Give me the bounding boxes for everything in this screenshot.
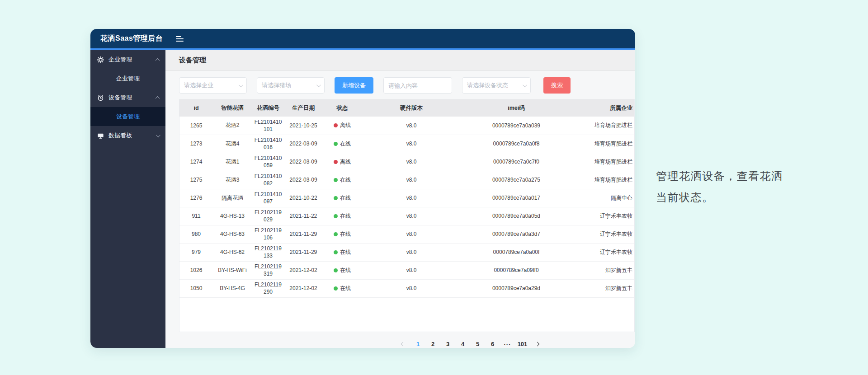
- search-button[interactable]: 搜索: [543, 77, 571, 94]
- table-cell: 0000789ce7a0a017: [461, 189, 572, 207]
- table-cell: v8.0: [362, 225, 461, 243]
- chevron-down-icon: [523, 83, 527, 87]
- table-cell: FL2102119029: [252, 207, 284, 225]
- table-cell: 2021-10-22: [284, 189, 322, 207]
- add-device-button[interactable]: 新增设备: [335, 77, 373, 94]
- table-cell: 花洒4: [213, 135, 252, 153]
- table-cell: BY-HS-4G: [213, 279, 252, 297]
- column-header: 硬件版本: [362, 99, 461, 117]
- table-cell: FL2101410101: [252, 117, 284, 135]
- sidebar-subitem-device-sub[interactable]: 设备管理: [90, 107, 165, 126]
- sidebar-menu: 企业管理企业管理设备管理设备管理数据看板: [90, 50, 165, 348]
- table-row: 1050BY-HS-4GFL21021192902021-12-02在线v8.0…: [179, 279, 635, 297]
- pagination-page-101[interactable]: 101: [517, 338, 528, 348]
- device-table-card: id智能花洒花洒编号生产日期状态硬件版本imei码所属企业 1265花洒2FL2…: [179, 99, 635, 332]
- sidebar-item-device[interactable]: 设备管理: [90, 88, 165, 107]
- annotation-line-1: 管理花洒设备，查看花洒: [656, 165, 783, 187]
- column-header: imei码: [461, 99, 572, 117]
- content-input[interactable]: [383, 77, 452, 94]
- pagination-page-1[interactable]: 1: [413, 338, 424, 348]
- pagination-page-6[interactable]: 6: [487, 338, 498, 348]
- status-cell: 在线: [322, 171, 362, 189]
- table-cell: v8.0: [362, 171, 461, 189]
- table-cell: 1276: [179, 189, 213, 207]
- device-table: id智能花洒花洒编号生产日期状态硬件版本imei码所属企业 1265花洒2FL2…: [179, 99, 635, 298]
- pagination-page-3[interactable]: 3: [443, 338, 453, 348]
- pagination: 123456···101: [242, 338, 635, 348]
- table-cell: 汨罗新五丰: [572, 261, 635, 279]
- table-cell: 2021-11-29: [284, 225, 322, 243]
- table-cell: 2021-12-02: [284, 279, 322, 297]
- table-row: 1026BY-HS-WiFiFL21021193192021-12-02在线v8…: [179, 261, 635, 279]
- table-cell: 2022-03-09: [284, 153, 322, 171]
- company-select[interactable]: 请选择企业: [179, 77, 247, 94]
- table-cell: 2022-03-09: [284, 171, 322, 189]
- farm-select-placeholder: 请选择猪场: [262, 81, 291, 89]
- table-cell: 隔离中心: [572, 189, 635, 207]
- table-row: 1276隔离花洒FL21014100972021-10-22在线v8.00000…: [179, 189, 635, 207]
- table-cell: 培育场育肥进栏: [572, 171, 635, 189]
- table-row: 9804G-HS-63FL21021191062021-11-29在线v8.00…: [179, 225, 635, 243]
- column-header: 所属企业: [572, 99, 635, 117]
- table-cell: 4G-HS-63: [213, 225, 252, 243]
- table-cell: 0000789ce7a0a05d: [461, 207, 572, 225]
- sidebar-item-dashboard[interactable]: 数据看板: [90, 126, 165, 145]
- farm-select[interactable]: 请选择猪场: [257, 77, 325, 94]
- table-cell: BY-HS-WiFi: [213, 261, 252, 279]
- table-row: 9794G-HS-62FL21021191332021-11-29在线v8.00…: [179, 243, 635, 261]
- pagination-page-2[interactable]: 2: [428, 338, 439, 348]
- table-body: 1265花洒2FL21014101012021-10-25离线v8.000007…: [179, 117, 635, 297]
- chevron-up-icon: [156, 58, 160, 62]
- hamburger-menu-icon[interactable]: [176, 36, 184, 42]
- column-header: 智能花洒: [213, 99, 252, 117]
- status-online-dot: [334, 196, 338, 200]
- chevron-down-icon: [239, 83, 243, 87]
- pagination-more: ···: [502, 338, 513, 348]
- sidebar-item-enterprise[interactable]: 企业管理: [90, 50, 165, 69]
- table-cell: 1026: [179, 261, 213, 279]
- sidebar-subitem-enterprise-sub[interactable]: 企业管理: [90, 69, 165, 88]
- table-cell: 隔离花洒: [213, 189, 252, 207]
- table-cell: v8.0: [362, 243, 461, 261]
- table-cell: v8.0: [362, 261, 461, 279]
- status-online-dot: [334, 178, 338, 182]
- pagination-page-4[interactable]: 4: [458, 338, 468, 348]
- pagination-prev-button[interactable]: [398, 338, 409, 348]
- device-status-select-placeholder: 请选择设备状态: [467, 81, 508, 89]
- table-cell: 培育场育肥进栏: [572, 135, 635, 153]
- table-cell: 1265: [179, 117, 213, 135]
- status-online-dot: [334, 232, 338, 236]
- app-window: 花洒Saas管理后台 企业管理企业管理设备管理设备管理数据看板 设备管理 请选择…: [90, 29, 635, 348]
- pagination-next-button[interactable]: [532, 338, 543, 348]
- annotation-text: 管理花洒设备，查看花洒 当前状态。: [656, 165, 783, 208]
- table-cell: 2021-12-02: [284, 261, 322, 279]
- alarm-clock-icon: [97, 94, 104, 101]
- table-cell: FL2102119133: [252, 243, 284, 261]
- table-cell: 2021-11-22: [284, 207, 322, 225]
- sidebar-item-label: 企业管理: [108, 56, 132, 64]
- pagination-page-5[interactable]: 5: [472, 338, 483, 348]
- table-cell: FL2102119319: [252, 261, 284, 279]
- table-cell: 花洒3: [213, 171, 252, 189]
- device-status-select[interactable]: 请选择设备状态: [462, 77, 531, 94]
- status-online-dot: [334, 250, 338, 254]
- status-cell: 在线: [322, 189, 362, 207]
- table-cell: 2021-11-29: [284, 243, 322, 261]
- status-cell: 在线: [322, 243, 362, 261]
- page-title: 设备管理: [165, 50, 635, 71]
- column-header: 花洒编号: [252, 99, 284, 117]
- app-header: 花洒Saas管理后台: [90, 29, 635, 48]
- table-cell: 979: [179, 243, 213, 261]
- status-online-dot: [334, 268, 338, 272]
- column-header: 生产日期: [284, 99, 322, 117]
- status-cell: 在线: [322, 225, 362, 243]
- status-cell: 在线: [322, 135, 362, 153]
- table-cell: 911: [179, 207, 213, 225]
- table-cell: 汨罗新五丰: [572, 279, 635, 297]
- table-cell: 1275: [179, 171, 213, 189]
- table-cell: 0000789ce7a09ff0: [461, 261, 572, 279]
- table-cell: 2021-10-25: [284, 117, 322, 135]
- table-cell: 0000789ce7a0a039: [461, 117, 572, 135]
- status-online-dot: [334, 142, 338, 146]
- table-header-row: id智能花洒花洒编号生产日期状态硬件版本imei码所属企业: [179, 99, 635, 117]
